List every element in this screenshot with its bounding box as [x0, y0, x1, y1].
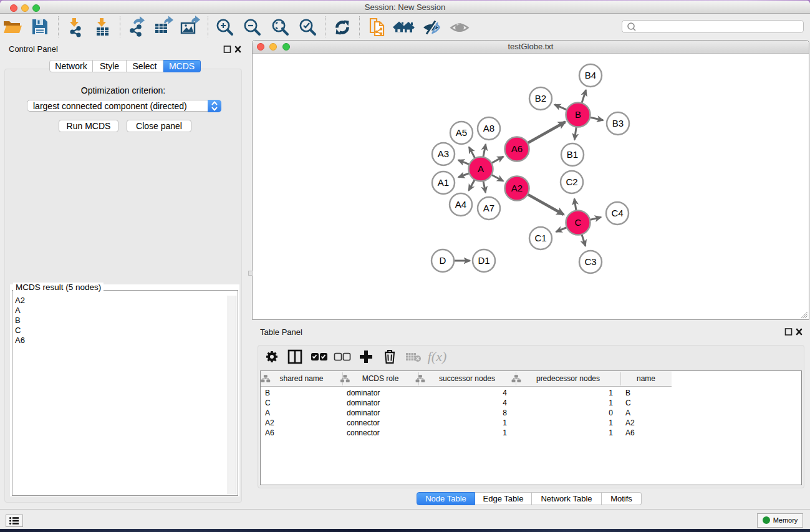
svg-text:A2: A2 [511, 183, 523, 193]
svg-text:C3: C3 [584, 256, 596, 267]
svg-text:D1: D1 [478, 255, 489, 266]
svg-text:C: C [575, 217, 582, 228]
svg-text:B2: B2 [535, 93, 546, 104]
svg-text:A7: A7 [483, 203, 494, 213]
svg-text:B3: B3 [612, 118, 624, 128]
svg-text:f(x): f(x) [428, 349, 447, 364]
svg-text:A3: A3 [438, 148, 449, 159]
svg-text:A8: A8 [483, 123, 494, 133]
svg-text:A: A [478, 163, 484, 174]
svg-text:C1: C1 [534, 233, 546, 243]
svg-text:B: B [575, 109, 581, 120]
svg-text:B4: B4 [585, 70, 596, 80]
svg-text:A1: A1 [438, 177, 449, 188]
svg-text:A6: A6 [511, 143, 523, 154]
svg-text:D: D [440, 255, 446, 266]
svg-text:A4: A4 [455, 199, 466, 210]
svg-text:B1: B1 [567, 149, 578, 160]
svg-text:C2: C2 [566, 177, 577, 187]
svg-text:A5: A5 [456, 127, 467, 138]
svg-text:C4: C4 [611, 208, 623, 218]
